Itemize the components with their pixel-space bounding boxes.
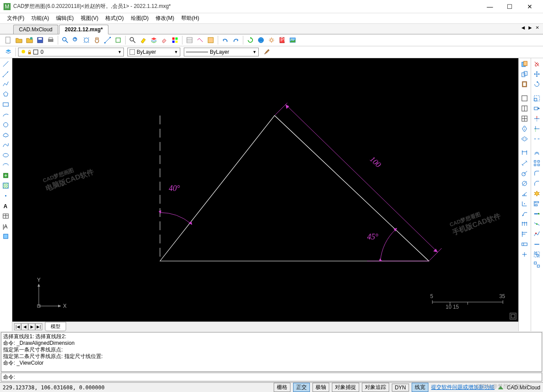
menu-view[interactable]: 视图(V) [77,14,102,23]
move-icon[interactable] [532,69,542,79]
menu-function[interactable]: 功能(A) [28,14,52,23]
tab-close[interactable]: ✕ [534,25,540,30]
rectangle-icon[interactable] [1,100,11,109]
layout-tab-model[interactable]: 模型 [45,322,66,331]
open-cloud-icon[interactable] [25,35,34,45]
print-icon[interactable] [46,35,56,45]
scale-icon[interactable] [532,93,542,103]
polygon-icon[interactable] [1,90,11,99]
status-lweight[interactable]: 线宽 [412,383,428,392]
insert-block-icon[interactable] [1,171,11,180]
arc-icon[interactable] [1,110,11,119]
mtext-icon[interactable]: |A [1,221,11,231]
close-button[interactable]: ✕ [520,0,539,13]
feedback-link[interactable]: 提交软件问题或增加新功能 [431,384,495,391]
layer-manager-icon[interactable] [4,47,13,57]
layout-first[interactable]: |◀ [14,323,21,330]
measure-dist-icon[interactable] [103,35,112,45]
offset-icon[interactable] [532,148,542,158]
chamfer-icon[interactable] [532,179,542,188]
ungroup-icon[interactable] [532,260,542,269]
maximize-button[interactable]: ☐ [500,0,520,13]
ellipse-arc-icon[interactable] [1,161,11,170]
drawing-canvas[interactable]: 40° 45° 100 X Y [12,58,518,321]
highlight-icon[interactable] [138,35,148,45]
fillet-icon[interactable] [532,168,542,178]
tab-prev[interactable]: ◀ [520,25,526,30]
break-icon[interactable] [532,134,542,144]
open-icon[interactable] [14,35,24,45]
color-icon[interactable] [170,35,180,45]
ray-icon[interactable] [1,69,11,79]
menu-draw[interactable]: 绘图(D) [127,14,152,23]
viewport4-icon[interactable] [520,114,529,123]
lengthen-icon[interactable] [532,209,542,219]
table-icon[interactable] [1,211,11,221]
stretch-icon[interactable] [532,104,542,113]
polyline-icon[interactable] [1,79,11,89]
tolerance-icon[interactable] [520,239,529,249]
revcloud-icon[interactable] [1,130,11,140]
rotate-icon[interactable] [532,79,542,89]
new-icon[interactable] [4,35,13,45]
leader-icon[interactable] [520,209,529,219]
redo-icon[interactable] [231,35,241,45]
status-dyn[interactable]: DYN [392,384,409,392]
viewport1-icon[interactable] [520,93,529,103]
text-icon[interactable]: A [1,201,11,211]
layout-prev[interactable]: ◀ [21,323,28,330]
dim-linear-icon[interactable] [520,148,529,158]
dim-angular-icon[interactable] [520,189,529,198]
point-icon[interactable] [1,191,11,201]
layers-icon[interactable] [149,35,159,45]
region-icon[interactable] [1,231,11,241]
status-ortho[interactable]: 正交 [293,383,310,392]
copy-props-icon[interactable] [520,59,529,69]
join-icon[interactable] [532,219,542,229]
undo-icon[interactable] [220,35,230,45]
group-icon[interactable] [532,250,542,259]
save-icon[interactable] [35,35,45,45]
align-icon[interactable] [532,199,542,209]
tab-current-file[interactable]: 2022.1.12.mxg* [59,25,108,34]
status-otrack[interactable]: 对象追踪 [362,383,389,392]
zoom-in-icon[interactable]: + [71,35,81,45]
explode-icon[interactable] [532,189,542,198]
status-osnap[interactable]: 对象捕捉 [332,383,359,392]
paste-icon[interactable] [520,79,529,89]
layout-next[interactable]: ▶ [28,323,35,330]
zoom-extents-icon[interactable] [82,35,91,45]
mirror-v-icon[interactable] [520,124,529,134]
array-icon[interactable] [532,158,542,168]
linetype-combo[interactable]: ByLayer ▼ [184,48,259,56]
layout-last[interactable]: ▶| [35,323,42,330]
dim-diameter-icon[interactable] [520,179,529,188]
divide-icon[interactable] [532,239,542,249]
dim-aligned-icon[interactable] [520,158,529,168]
erase-icon[interactable] [532,59,542,69]
measure-area-icon[interactable] [113,35,123,45]
menu-modify[interactable]: 修改(M) [152,14,178,23]
spline-icon[interactable] [1,140,11,150]
tool2-icon[interactable] [206,35,216,45]
copy-icon[interactable] [520,69,529,79]
tool1-icon[interactable] [195,35,205,45]
extend-icon[interactable] [532,124,542,134]
pan-icon[interactable] [92,35,102,45]
layer-combo[interactable]: 0 ▼ [18,48,124,56]
dim-ord-icon[interactable] [520,199,529,209]
mirror-h-icon[interactable] [520,134,529,144]
tab-next[interactable]: ▶ [527,25,533,30]
refresh-icon[interactable] [245,35,255,45]
circle-icon[interactable] [1,120,11,130]
command-line[interactable]: 命令: [1,373,542,381]
paintbrush-icon[interactable] [262,47,272,57]
hatch-icon[interactable] [1,181,11,190]
properties-icon[interactable] [185,35,194,45]
status-grid[interactable]: 栅格 [274,383,290,392]
tab-cloud[interactable]: CAD.MxCloud [13,25,58,34]
dim-continue-icon[interactable] [520,219,529,229]
dim-baseline-icon[interactable] [520,229,529,239]
trim-icon[interactable] [532,114,542,123]
command-input[interactable] [19,374,540,380]
